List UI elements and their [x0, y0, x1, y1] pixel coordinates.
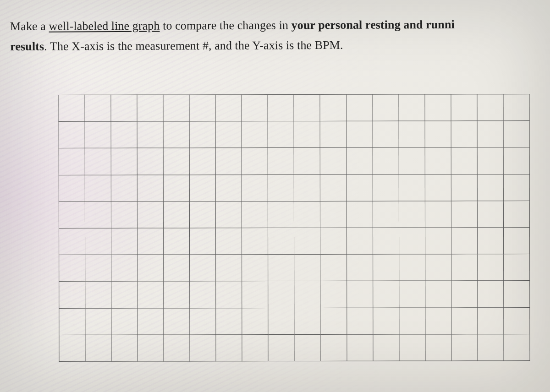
grid-cell: [373, 94, 399, 121]
grid-cell: [268, 148, 294, 174]
grid-cell: [216, 201, 242, 228]
grid-cell: [59, 95, 85, 121]
grid-cell: [215, 95, 242, 121]
grid-cell: [137, 175, 163, 201]
grid-cell: [268, 308, 294, 334]
grid-cell: [111, 148, 137, 174]
grid-cell: [190, 174, 216, 201]
grid-cell: [425, 254, 451, 281]
grid-cell: [59, 335, 85, 361]
grid-cell: [294, 255, 320, 281]
grid-cell: [477, 281, 503, 307]
grid-cell: [216, 174, 242, 201]
grid-cell: [320, 254, 346, 281]
grid-cell: [190, 334, 216, 361]
grid-cell: [373, 228, 399, 254]
grid-cell: [164, 308, 190, 334]
grid-cell: [504, 307, 530, 334]
grid-cell: [190, 308, 216, 334]
grid-cell: [242, 228, 268, 255]
grid-cell: [85, 255, 111, 281]
grid-cell: [503, 228, 529, 254]
grid-cell: [190, 255, 216, 281]
grid-cell: [320, 94, 346, 121]
grid-cell: [111, 281, 138, 308]
grid-cell: [425, 201, 451, 228]
grid-cell: [399, 201, 425, 228]
grid-cell: [242, 334, 268, 361]
grid-cell: [373, 281, 399, 307]
grid-cell: [85, 308, 111, 335]
grid-cell: [503, 201, 529, 227]
grid-cell: [346, 281, 373, 308]
grid-cell: [111, 255, 138, 281]
grid-cell: [503, 147, 529, 174]
grid-cell: [399, 121, 425, 147]
grid-cell: [111, 201, 137, 228]
grid-cell: [477, 228, 503, 254]
grid-cell: [320, 308, 346, 334]
grid-cell: [477, 121, 503, 147]
grid-cell: [138, 201, 164, 228]
grid-cell: [373, 174, 399, 201]
grid-cell: [85, 201, 111, 228]
grid-cell: [294, 94, 320, 121]
grid-cell: [451, 228, 477, 254]
grid-cell: [451, 201, 477, 228]
grid-cell: [503, 254, 529, 281]
grid-cell: [477, 94, 503, 121]
grid-cell: [294, 174, 320, 201]
grid-cell: [268, 334, 294, 361]
grid-cell: [425, 147, 451, 174]
grid-cell: [346, 148, 373, 174]
grid-cell: [111, 228, 138, 255]
grid-cell: [190, 201, 216, 228]
grid-cell: [242, 255, 268, 281]
grid-cell: [346, 201, 373, 228]
grid-cell: [85, 95, 111, 121]
grid-cell: [242, 148, 268, 174]
grid-cell: [451, 94, 477, 121]
grid-cell: [504, 334, 530, 360]
grid-cell: [320, 148, 346, 174]
grid-cell: [373, 147, 399, 174]
grid-cell: [59, 228, 85, 255]
grid-cell: [425, 121, 451, 147]
grid-cell: [137, 121, 163, 148]
grid-cell: [190, 281, 216, 308]
grid-cell: [85, 175, 111, 201]
grid-cell: [138, 228, 164, 255]
grid-cell: [138, 308, 164, 334]
grid-cell: [399, 334, 425, 361]
grid-cell: [425, 94, 451, 121]
instr-line2-rest: . The X-axis is the measurement #, and t…: [44, 38, 343, 53]
grid-cell: [425, 307, 451, 334]
grid-cell: [268, 228, 294, 254]
grid-cell: [190, 228, 216, 255]
instr-mid1: to compare the changes in: [160, 18, 291, 32]
grid-cell: [137, 148, 163, 174]
grid-cell: [59, 201, 85, 228]
grid-cell: [451, 334, 478, 360]
grid-cell: [268, 255, 294, 281]
grid-cell: [320, 121, 346, 147]
grid-cell: [477, 174, 503, 201]
grid-cell: [164, 201, 190, 228]
grid-cell: [216, 334, 242, 361]
grid-cell: [346, 174, 373, 201]
grid-cell: [346, 308, 373, 334]
grid-cell: [320, 201, 346, 228]
instr-prefix: Make a: [10, 20, 49, 33]
grid-cell: [346, 254, 373, 281]
grid-cell: [164, 281, 190, 308]
grid-cell: [294, 228, 320, 254]
grid-cell: [242, 308, 268, 334]
grid-cell: [294, 281, 320, 308]
grid-cell: [85, 228, 111, 255]
grid-cell: [294, 121, 320, 148]
instr-bold1: your personal resting and runni: [292, 18, 455, 32]
grid-cell: [425, 174, 451, 201]
grid-cell: [425, 281, 451, 307]
grid-cell: [85, 335, 111, 361]
grid-cell: [320, 174, 346, 201]
